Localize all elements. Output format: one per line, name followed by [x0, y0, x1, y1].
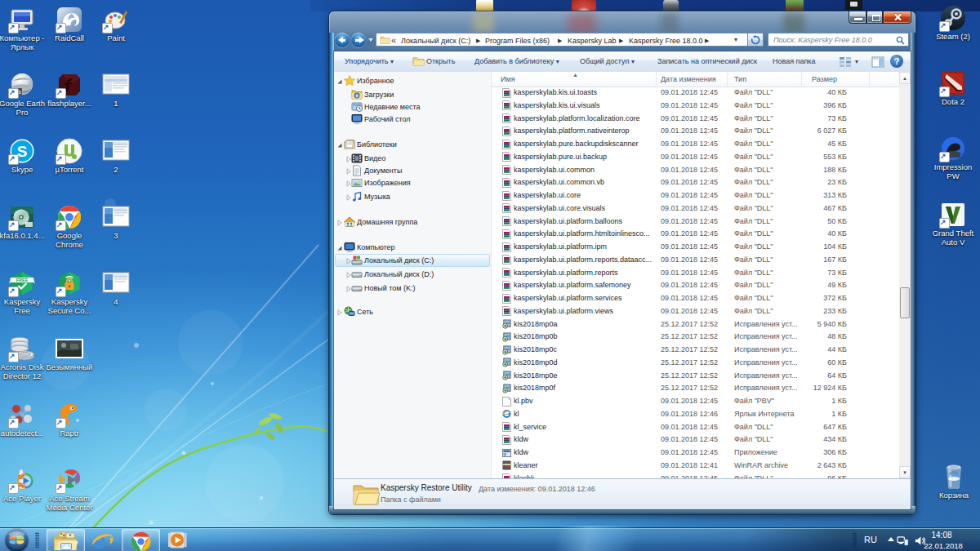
svg-text:FREE: FREE: [16, 278, 29, 282]
